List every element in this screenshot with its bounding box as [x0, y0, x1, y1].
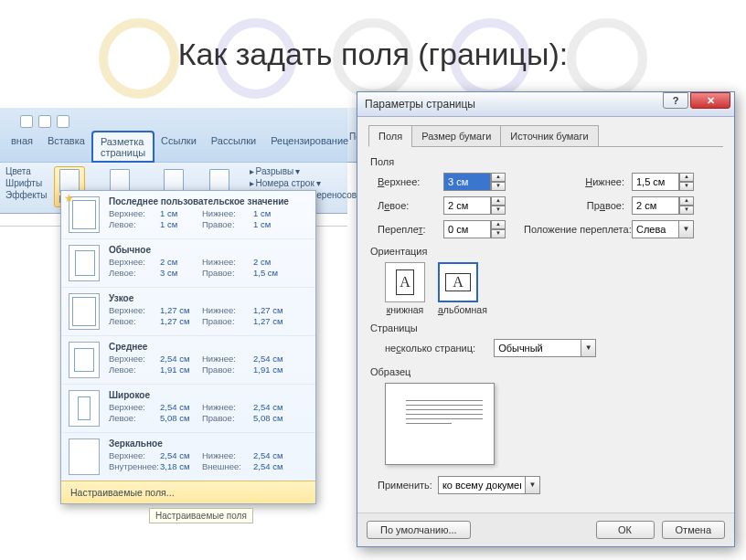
apply-to-label: Применить: — [378, 480, 432, 491]
right-label: Правое: — [524, 200, 624, 211]
margin-thumb-icon — [69, 293, 100, 330]
effects-button[interactable]: Эффекты — [5, 190, 47, 200]
dropdown-arrow-icon[interactable]: ▼ — [526, 476, 540, 494]
left-label: Левое: — [378, 200, 436, 211]
ribbon-tabs: вная Вставка Разметка страницы Ссылки Ра… — [0, 132, 347, 162]
left-spinner[interactable]: ▲▼ — [443, 196, 517, 215]
preset-name: Среднее — [109, 342, 308, 352]
tab-page-layout[interactable]: Разметка страницы — [92, 132, 154, 162]
tab-references[interactable]: Ссылки — [154, 132, 204, 162]
margin-preset-item[interactable]: УзкоеВерхнее:1,27 смНижнее:1,27 смЛевое:… — [61, 288, 315, 336]
gutter-label: Переплет: — [378, 224, 436, 235]
tab-paper[interactable]: Размер бумаги — [411, 125, 501, 147]
multi-pages-label: несколько страниц: — [385, 343, 475, 354]
cancel-button[interactable]: Отмена — [662, 521, 725, 539]
margin-preset-item[interactable]: ОбычноеВерхнее:2 смНижнее:2 смЛевое:3 см… — [61, 239, 315, 288]
apply-to-input[interactable] — [438, 476, 526, 494]
custom-margins-item[interactable]: Настраиваемые поля... — [61, 481, 315, 503]
top-spinner[interactable]: ▲▼ — [443, 173, 517, 191]
margins-section-label: Поля — [370, 156, 723, 167]
close-button[interactable]: ✕ — [690, 92, 730, 109]
bottom-label: Нижнее: — [524, 176, 624, 187]
tab-insert[interactable]: Вставка — [40, 132, 92, 162]
apply-to-combo[interactable]: ▼ — [438, 476, 540, 494]
dropdown-arrow-icon[interactable]: ▼ — [581, 339, 596, 357]
breaks-button[interactable]: ▸ Разрывы ▾ — [250, 166, 363, 176]
preset-name: Обычное — [109, 245, 308, 255]
margins-dropdown: Последнее пользовательское значениеВерхн… — [60, 190, 316, 504]
left-input[interactable] — [443, 196, 491, 215]
gutter-spinner[interactable]: ▲▼ — [443, 220, 517, 238]
preview-thumbnail — [385, 383, 495, 465]
colors-button[interactable]: Цвета — [5, 166, 47, 176]
tab-margins[interactable]: Поля — [368, 125, 412, 147]
pages-section-label: Страницы — [370, 322, 723, 333]
help-button[interactable]: ? — [663, 92, 688, 109]
orientation-section-label: Ориентация — [370, 246, 723, 257]
landscape-option[interactable]: A — [438, 262, 478, 302]
tab-home[interactable]: вная — [4, 132, 40, 162]
multi-pages-combo[interactable]: ▼ — [494, 339, 596, 357]
right-input[interactable] — [632, 196, 679, 215]
bottom-spinner[interactable]: ▲▼ — [632, 173, 705, 191]
custom-margins-tooltip: Настраиваемые поля — [149, 508, 253, 523]
multi-pages-input[interactable] — [494, 339, 581, 357]
preview-section-label: Образец — [370, 366, 723, 377]
bottom-input[interactable] — [632, 173, 679, 191]
portrait-option[interactable]: A — [385, 262, 425, 302]
right-spinner[interactable]: ▲▼ — [632, 196, 705, 215]
margin-preset-item[interactable]: Последнее пользовательское значениеВерхн… — [61, 191, 315, 239]
spin-up-icon[interactable]: ▲ — [491, 173, 506, 182]
margin-thumb-icon — [69, 245, 100, 281]
gutter-pos-input[interactable] — [632, 220, 679, 238]
preset-name: Узкое — [109, 293, 308, 303]
gutter-pos-combo[interactable]: ▼ — [632, 220, 705, 238]
qat-undo-icon[interactable] — [38, 115, 51, 128]
line-numbers-button[interactable]: ▸ Номера строк ▾ — [250, 178, 363, 188]
preset-name: Зеркальное — [109, 438, 308, 449]
top-input[interactable] — [443, 173, 491, 191]
gutter-input[interactable] — [443, 220, 491, 238]
page-setup-dialog: Параметры страницы ? ✕ Поля Размер бумаг… — [357, 91, 735, 547]
ok-button[interactable]: ОК — [596, 521, 655, 539]
preset-name: Широкое — [109, 390, 308, 400]
top-label: Верхнее: — [378, 176, 436, 187]
dialog-footer: По умолчанию... ОК Отмена — [357, 512, 734, 546]
margin-thumb-icon — [69, 342, 100, 378]
margin-thumb-icon — [69, 438, 100, 475]
dialog-titlebar[interactable]: Параметры страницы ? ✕ — [357, 92, 734, 117]
margin-preset-item[interactable]: ШирокоеВерхнее:2,54 смНижнее:2,54 смЛево… — [61, 385, 315, 433]
fonts-button[interactable]: Шрифты — [5, 178, 47, 188]
portrait-label: книжная — [385, 304, 425, 315]
dialog-tabs: Поля Размер бумаги Источник бумаги — [368, 124, 723, 147]
preset-name: Последнее пользовательское значение — [109, 196, 308, 206]
margin-preset-item[interactable]: ЗеркальноеВерхнее:2,54 смНижнее:2,54 смВ… — [61, 433, 315, 481]
themes-group: Цвета Шрифты Эффекты — [5, 166, 47, 207]
tab-source[interactable]: Источник бумаги — [500, 125, 598, 147]
qat-save-icon[interactable] — [20, 115, 33, 128]
ribbon-bar: вная Вставка Разметка страницы Ссылки Ра… — [0, 108, 347, 163]
margin-fields: Верхнее: ▲▼ Нижнее: ▲▼ Левое: ▲▼ Правое:… — [378, 173, 723, 238]
slide-title: Как задать поля (границы): — [0, 37, 746, 72]
margin-thumb-icon — [69, 196, 100, 233]
dropdown-arrow-icon[interactable]: ▼ — [679, 220, 694, 238]
default-button[interactable]: По умолчанию... — [367, 521, 471, 539]
margin-preset-item[interactable]: СреднееВерхнее:2,54 смНижнее:2,54 смЛево… — [61, 336, 315, 385]
tab-review[interactable]: Рецензирование — [263, 132, 356, 162]
tab-mailings[interactable]: Рассылки — [204, 132, 263, 162]
word-ribbon-panel: вная Вставка Разметка страницы Ссылки Ра… — [0, 108, 347, 227]
gutter-pos-label: Положение переплета: — [524, 224, 624, 235]
qat-redo-icon[interactable] — [57, 115, 69, 128]
landscape-label: альбомная — [438, 304, 487, 315]
quick-access-toolbar — [0, 113, 347, 132]
margin-thumb-icon — [69, 390, 100, 427]
spin-down-icon[interactable]: ▼ — [491, 182, 506, 191]
